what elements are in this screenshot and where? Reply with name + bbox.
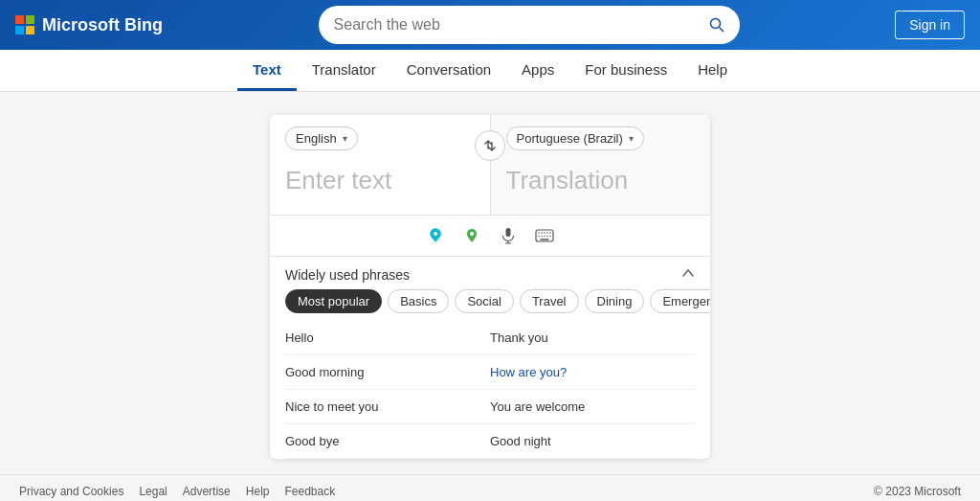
source-lang-chevron-icon: ▾ [343,133,347,144]
search-input[interactable] [334,16,702,34]
phrase-good-night[interactable]: Good night [490,424,695,459]
svg-rect-3 [26,26,34,34]
footer-link-feedback[interactable]: Feedback [284,485,335,498]
target-panel: Portuguese (Brazil) ▾ Translation [491,115,711,215]
phrase-good-morning[interactable]: Good morning [285,355,490,390]
collapse-phrases-button[interactable] [681,266,695,284]
target-lang-chevron-icon: ▾ [629,133,634,144]
translator-card: English ▾ Enter text Portuguese (Brazil) [270,115,710,459]
nav-item-conversation[interactable]: Conversation [391,50,506,91]
location-pin-2-button[interactable] [457,221,486,250]
footer-copyright: © 2023 Microsoft [874,485,961,498]
phrase-nice-to-meet-you[interactable]: Nice to meet you [285,390,490,424]
chip-social[interactable]: Social [455,289,513,313]
chips-row: Most popular Basics Social Travel Dining… [270,289,710,321]
phrases-title: Widely used phrases [285,267,410,283]
location-pin-1-icon [427,227,444,244]
search-bar [319,6,740,44]
mic-icon [500,227,517,244]
search-icon [709,17,724,33]
keyboard-icon [535,229,554,242]
phrases-section: Widely used phrases Most popular Basics … [270,257,710,459]
target-lang-label: Portuguese (Brazil) [517,131,623,146]
svg-point-4 [710,19,720,29]
nav-item-help[interactable]: Help [682,50,743,91]
footer-link-legal[interactable]: Legal [139,485,167,498]
phrase-you-are-welcome[interactable]: You are welcome [490,390,695,424]
svg-rect-0 [15,15,24,24]
chip-travel[interactable]: Travel [520,289,579,313]
logo-area: Microsoft Bing [15,15,163,35]
footer-link-help[interactable]: Help [246,485,270,498]
location-pin-1-button[interactable] [421,221,450,250]
swap-icon [482,138,498,153]
nav: Text Translator Conversation Apps For bu… [0,50,980,92]
svg-point-7 [434,232,437,236]
chip-emergency[interactable]: Emergency [650,289,710,313]
translation-panels: English ▾ Enter text Portuguese (Brazil) [270,115,710,216]
chip-most-popular[interactable]: Most popular [285,289,382,313]
footer-link-privacy[interactable]: Privacy and Cookies [19,485,123,498]
nav-item-apps[interactable]: Apps [506,50,569,91]
source-lang-selector[interactable]: English ▾ [285,126,358,150]
mic-button[interactable] [494,221,523,250]
phrases-header: Widely used phrases [270,257,710,289]
swap-languages-button[interactable] [475,130,505,161]
enter-text-placeholder[interactable]: Enter text [285,158,475,203]
location-pin-2-icon [463,227,480,244]
chip-dining[interactable]: Dining [585,289,645,313]
source-lang-label: English [296,131,337,146]
footer: Privacy and Cookies Legal Advertise Help… [0,474,980,501]
translation-placeholder: Translation [506,158,696,203]
header: Microsoft Bing Sign in [0,0,980,50]
nav-item-for-business[interactable]: For business [569,50,682,91]
phrase-good-bye[interactable]: Good bye [285,424,490,459]
footer-links: Privacy and Cookies Legal Advertise Help… [19,485,335,498]
microsoft-logo-icon [15,15,34,34]
main-content: English ▾ Enter text Portuguese (Brazil) [0,92,980,474]
svg-rect-2 [15,26,24,34]
svg-rect-1 [26,15,34,24]
svg-line-5 [719,28,724,33]
phrase-hello[interactable]: Hello [285,321,490,355]
icons-row [270,216,710,257]
svg-rect-9 [506,228,511,237]
search-button[interactable] [709,17,724,33]
translation-panels-wrapper: English ▾ Enter text Portuguese (Brazil) [270,115,710,216]
nav-item-text[interactable]: Text [237,50,297,91]
footer-link-advertise[interactable]: Advertise [183,485,231,498]
nav-item-translator[interactable]: Translator [297,50,391,91]
chevron-up-icon [681,266,695,280]
keyboard-button[interactable] [530,221,559,250]
search-bar-container [174,6,883,44]
logo-text: Microsoft Bing [42,15,163,35]
phrase-how-are-you[interactable]: How are you? [490,355,695,390]
chip-basics[interactable]: Basics [388,289,449,313]
target-lang-selector[interactable]: Portuguese (Brazil) ▾ [506,126,644,150]
svg-point-8 [470,232,474,236]
source-panel: English ▾ Enter text [270,115,491,215]
phrases-grid: Hello Thank you Good morning How are you… [270,321,710,459]
phrase-thank-you[interactable]: Thank you [490,321,695,355]
sign-in-button[interactable]: Sign in [895,11,965,39]
